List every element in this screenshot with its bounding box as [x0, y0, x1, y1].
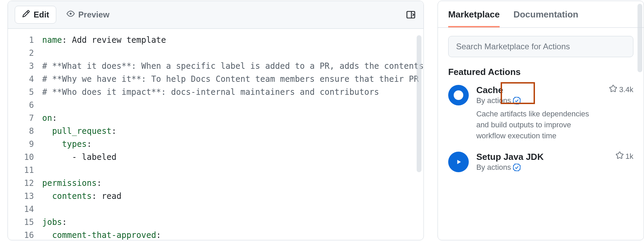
- search-input[interactable]: [448, 36, 633, 57]
- edit-tab[interactable]: Edit: [15, 6, 56, 24]
- sidebar-content: Featured Actions Cache 3.4k By action: [438, 28, 644, 240]
- marketplace-sidebar: Marketplace Documentation Featured Actio…: [438, 1, 644, 240]
- code-line[interactable]: [42, 203, 424, 216]
- code-line[interactable]: pull_request:: [42, 125, 424, 138]
- sidebar-scrollbar[interactable]: [637, 4, 642, 72]
- code-line[interactable]: permissions:: [42, 177, 424, 190]
- code-line[interactable]: contents: read: [42, 190, 424, 203]
- code-line[interactable]: types:: [42, 138, 424, 151]
- line-number: 15: [8, 216, 34, 229]
- editor-panel: Edit Preview 12345678910111213141516 nam…: [8, 1, 424, 240]
- line-number: 11: [8, 164, 34, 177]
- tab-documentation[interactable]: Documentation: [513, 9, 578, 27]
- code-lines[interactable]: name: Add review template# **What it doe…: [42, 29, 424, 240]
- line-number: 16: [8, 229, 34, 240]
- code-line[interactable]: on:: [42, 112, 424, 125]
- code-icon: [22, 10, 30, 20]
- tab-marketplace[interactable]: Marketplace: [448, 9, 500, 27]
- code-line[interactable]: # **Who does it impact**: docs-internal …: [42, 86, 424, 99]
- svg-marker-4: [457, 160, 461, 164]
- featured-heading: Featured Actions: [448, 67, 633, 77]
- editor-header: Edit Preview: [8, 1, 424, 29]
- code-line[interactable]: - labeled: [42, 151, 424, 164]
- preview-tab-label: Preview: [78, 10, 109, 20]
- action-title: Cache: [476, 85, 503, 96]
- line-number: 12: [8, 177, 34, 190]
- action-stars: 3.4k: [609, 85, 633, 94]
- verified-icon: [513, 97, 521, 104]
- eye-icon: [67, 10, 75, 20]
- line-number: 8: [8, 125, 34, 138]
- action-card-cache[interactable]: Cache 3.4k By actions: [448, 85, 633, 141]
- action-title: Setup Java JDK: [476, 152, 544, 162]
- code-line[interactable]: [42, 99, 424, 112]
- star-icon: [609, 85, 617, 94]
- panel-toggle-icon[interactable]: [405, 9, 417, 21]
- line-number-gutter: 12345678910111213141516: [8, 29, 42, 240]
- line-number: 6: [8, 99, 34, 112]
- line-number: 1: [8, 34, 34, 47]
- line-number: 5: [8, 86, 34, 99]
- code-editor[interactable]: 12345678910111213141516 name: Add review…: [8, 29, 424, 240]
- play-icon: [448, 152, 469, 172]
- line-number: 9: [8, 138, 34, 151]
- editor-scrollbar[interactable]: [417, 35, 421, 172]
- code-line[interactable]: comment-that-approved:: [42, 229, 424, 240]
- line-number: 10: [8, 151, 34, 164]
- action-by-line: By actions: [476, 96, 633, 105]
- star-icon: [616, 152, 623, 161]
- code-line[interactable]: # **What it does**: When a specific labe…: [42, 60, 424, 73]
- line-number: 13: [8, 190, 34, 203]
- editor-tab-group: Edit Preview: [15, 6, 116, 24]
- preview-tab[interactable]: Preview: [60, 6, 116, 23]
- action-stars: 1k: [616, 152, 633, 161]
- line-number: 2: [8, 47, 34, 60]
- code-line[interactable]: [42, 47, 424, 60]
- line-number: 14: [8, 203, 34, 216]
- play-icon: [448, 85, 469, 105]
- code-line[interactable]: [42, 164, 424, 177]
- line-number: 7: [8, 112, 34, 125]
- line-number: 4: [8, 73, 34, 86]
- sidebar-tabs: Marketplace Documentation: [438, 1, 644, 28]
- verified-icon: [513, 164, 521, 171]
- line-number: 3: [8, 60, 34, 73]
- action-card-java[interactable]: Setup Java JDK 1k By actions: [448, 152, 633, 172]
- code-line[interactable]: name: Add review template: [42, 34, 424, 47]
- star-count: 3.4k: [619, 85, 633, 94]
- star-count: 1k: [625, 152, 633, 161]
- action-desc: Cache artifacts like dependencies and bu…: [476, 109, 593, 141]
- code-line[interactable]: jobs:: [42, 216, 424, 229]
- action-by-line: By actions: [476, 163, 633, 172]
- code-line[interactable]: # **Why we have it**: To help Docs Conte…: [42, 73, 424, 86]
- edit-tab-label: Edit: [34, 10, 49, 20]
